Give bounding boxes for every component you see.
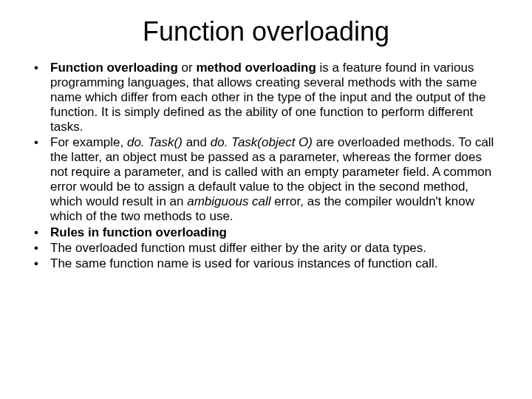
text-bold: Rules in function overloading [50, 225, 227, 239]
bullet-list: Function overloading or method overloadi… [30, 61, 502, 271]
list-item: Function overloading or method overloadi… [50, 61, 502, 134]
text-italic: ambiguous call [187, 194, 274, 208]
list-item: For example, do. Task() and do. Task(obj… [50, 135, 502, 224]
text: The same function name is used for vario… [50, 256, 437, 270]
list-item: The overloaded function must differ eith… [50, 241, 502, 256]
text: and [186, 135, 211, 149]
text: For example, [50, 135, 127, 149]
text: The overloaded function must differ eith… [50, 241, 426, 255]
text-bold: method overloading [196, 61, 319, 75]
list-item: Rules in function overloading [50, 225, 502, 240]
text: or [182, 61, 197, 75]
text-italic: do. Task(object O) [211, 135, 316, 149]
text-bold: Function overloading [50, 61, 182, 75]
list-item: The same function name is used for vario… [50, 256, 502, 271]
text-italic: do. Task() [127, 135, 186, 149]
slide-title: Function overloading [30, 16, 502, 47]
